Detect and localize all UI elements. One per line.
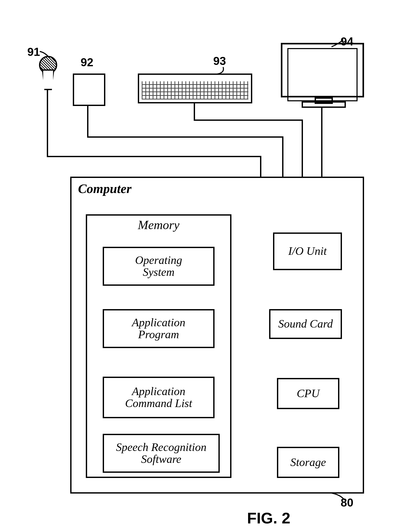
memory-label: Memory xyxy=(87,218,230,232)
ref-92: 92 xyxy=(81,56,93,69)
app-label-l2: Program xyxy=(138,329,179,341)
cmdlist-label-l2: Command List xyxy=(125,397,192,409)
os-label-l2: System xyxy=(143,266,174,278)
sound-card-label: Sound Card xyxy=(278,318,333,330)
storage-block: Storage xyxy=(277,447,339,478)
app-label-l1: Application xyxy=(132,317,185,329)
cmdlist-block: Application Command List xyxy=(103,377,215,418)
ref-93: 93 xyxy=(213,55,226,68)
io-unit-label: I/O Unit xyxy=(288,245,327,257)
wire-mouse-v xyxy=(87,104,88,138)
wire-mic-v xyxy=(47,87,48,157)
computer-label: Computer xyxy=(78,181,132,196)
ref-91: 91 xyxy=(27,45,40,58)
keyboard-icon xyxy=(138,74,252,103)
speechrec-label-l2: Software xyxy=(141,453,182,465)
os-label-l1: Operating xyxy=(135,254,182,266)
cpu-block: CPU xyxy=(277,378,339,409)
os-block: Operating System xyxy=(103,247,215,286)
speechrec-label-l1: Speech Recognition xyxy=(116,441,206,453)
wire-mouse-h xyxy=(87,136,283,138)
monitor-icon xyxy=(281,43,364,108)
wire-kbd-h xyxy=(194,119,303,121)
storage-label: Storage xyxy=(290,456,326,468)
app-block: Application Program xyxy=(103,309,215,348)
mouse-icon xyxy=(73,74,105,106)
ref-94: 94 xyxy=(341,35,353,48)
wire-mic-h xyxy=(47,156,260,157)
io-unit-block: I/O Unit xyxy=(273,232,342,270)
ref-80: 80 xyxy=(341,496,353,509)
diagram-canvas: 91 92 93 94 Computer 80 Memory 84 Operat… xyxy=(0,0,408,532)
figure-caption: FIG. 2 xyxy=(247,509,290,527)
cpu-label: CPU xyxy=(297,388,320,400)
sound-card-block: Sound Card xyxy=(269,309,342,339)
cmdlist-label-l1: Application xyxy=(132,385,185,397)
speechrec-block: Speech Recognition Software xyxy=(103,434,220,473)
